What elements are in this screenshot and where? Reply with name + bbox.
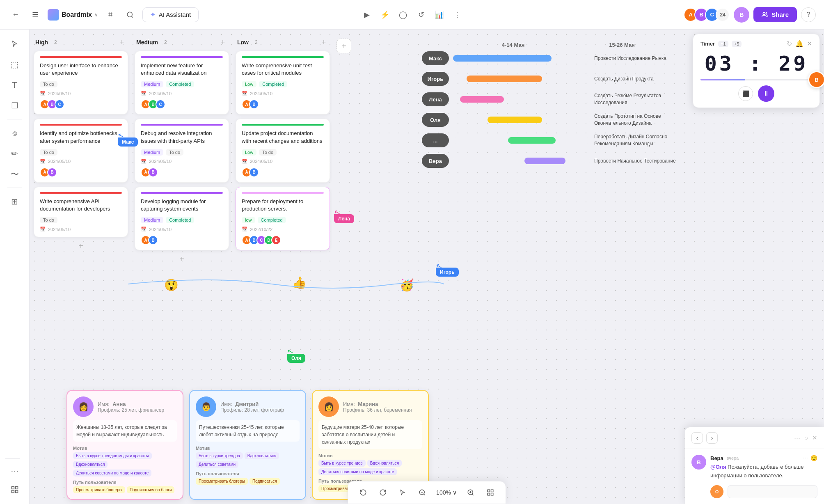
- add-card-button[interactable]: +: [78, 241, 83, 250]
- card-meta: 📅 2024/05/10: [141, 91, 223, 96]
- col-header-low: Low 2 +: [236, 38, 330, 47]
- chart-button[interactable]: 📊: [432, 7, 446, 22]
- timer-stop-button[interactable]: ⬛: [738, 86, 753, 101]
- sidebar-sep-3: [5, 458, 20, 459]
- comment-edit-icon[interactable]: ⋯: [802, 455, 808, 461]
- card-high-3[interactable]: Write comprehensive API documentation fo…: [34, 187, 128, 237]
- timer-refresh-icon[interactable]: ↻: [787, 40, 792, 48]
- card-medium-1[interactable]: Implement new feature for enhanced data …: [135, 51, 229, 115]
- timer-volume-icon[interactable]: 🔔: [795, 40, 803, 48]
- comment-header-actions: ⋯ ○ ✕: [794, 434, 817, 442]
- sidebar-component-tool[interactable]: ⊞: [5, 192, 24, 211]
- redo-button[interactable]: [376, 486, 390, 499]
- timer-pause-button[interactable]: ⏸: [758, 85, 774, 102]
- brand[interactable]: Boardmix ∨: [48, 9, 98, 21]
- add-card-button-medium[interactable]: +: [179, 254, 184, 263]
- cursor-igor: ↖ Игорь: [436, 260, 459, 277]
- gantt-task-5: Переработать Дизайн Согласно Рекомендаци…: [594, 133, 676, 147]
- card-low-3[interactable]: Prepare for deployment to production ser…: [236, 187, 330, 250]
- card-tags: Low To do: [242, 149, 324, 156]
- ai-assistant-button[interactable]: ✦ AI Assistant: [142, 7, 199, 22]
- persona-info-marina: Имя: Марина Профиль: 36 лет, беременная: [343, 401, 412, 413]
- timer-user-indicator: В: [808, 71, 824, 88]
- priority-bar: [242, 56, 324, 58]
- card-avatars: A B: [141, 167, 223, 177]
- priority-bar: [40, 124, 122, 126]
- card-high-2[interactable]: Identify and optimize bottlenecks after …: [34, 119, 128, 182]
- persona-profile-dmitry: Профиль: 28 лет, фотограф: [220, 407, 284, 413]
- sidebar-template-tool[interactable]: [5, 480, 24, 499]
- back-button[interactable]: ←: [8, 7, 23, 22]
- col-title-medium: Medium: [136, 39, 158, 46]
- timer-close-icon[interactable]: ✕: [807, 40, 812, 48]
- card-medium-2[interactable]: Debug and resolve integration issues wit…: [135, 119, 229, 182]
- col-add-high[interactable]: +: [117, 38, 126, 47]
- sidebar-cursor-tool[interactable]: [5, 34, 24, 53]
- canvas-area[interactable]: High 2 + Design user interface to enhanc…: [30, 30, 824, 504]
- sidebar-frame-tool[interactable]: ⬚: [5, 55, 24, 74]
- more-button[interactable]: ⋮: [450, 7, 465, 22]
- undo-button[interactable]: [356, 486, 370, 499]
- persona-profile-marina: Профиль: 36 лет, беременная: [343, 407, 412, 413]
- zoom-level[interactable]: 100% ∨: [435, 489, 458, 496]
- comment-close-icon[interactable]: ✕: [812, 434, 817, 442]
- date-icon: 📅: [141, 159, 146, 164]
- search-button[interactable]: [123, 7, 137, 22]
- zoom-out-button[interactable]: [415, 486, 429, 499]
- timer-controls: ⬛ ⏸: [700, 85, 812, 102]
- tag-completed: Completed: [259, 81, 287, 87]
- comment-reply-input[interactable]: [728, 485, 817, 498]
- card-meta: 📅 2024/05/10: [141, 227, 223, 232]
- comment-next-button[interactable]: ›: [706, 432, 718, 444]
- topbar-center-tools: ▶ ⚡ ◯ ↺ 📊 ⋮: [359, 7, 465, 22]
- sidebar-text-tool[interactable]: T: [5, 76, 24, 94]
- add-col-button[interactable]: +: [336, 39, 351, 53]
- fit-view-button[interactable]: [483, 486, 497, 499]
- sidebar-circle-tool[interactable]: ⌾: [5, 124, 24, 142]
- tag-button[interactable]: ⌗: [103, 7, 118, 22]
- comment-more-icon[interactable]: ⋯: [794, 434, 800, 442]
- avatar-stack: A B C 24: [684, 8, 730, 22]
- persona-tag: Быть в курсе трендов: [318, 460, 366, 467]
- persona-header-marina: 👩 Имя: Марина Профиль: 36 лет, беременна…: [318, 396, 422, 417]
- card-date: 2024/05/10: [48, 159, 71, 164]
- sidebar-shape-tool[interactable]: ☐: [5, 96, 24, 115]
- comment-button[interactable]: ◯: [396, 7, 410, 22]
- play-button[interactable]: ▶: [359, 7, 374, 22]
- sidebar-curve-tool[interactable]: 〜: [5, 165, 24, 183]
- persona-motive-label-anna: Мотив: [73, 446, 177, 451]
- card-low-1[interactable]: Write comprehensive unit test cases for …: [236, 51, 330, 115]
- share-button[interactable]: Share: [753, 7, 797, 22]
- menu-button[interactable]: ☰: [28, 7, 43, 22]
- comment-prev-button[interactable]: ‹: [691, 432, 703, 444]
- brand-arrow: ∨: [94, 12, 98, 18]
- history-button[interactable]: ↺: [414, 7, 428, 22]
- main-area: ⬚ T ☐ ⌾ ✏ 〜 ⊞ ⋯ High 2 +: [0, 30, 824, 504]
- card-avatars: A B: [242, 167, 324, 177]
- comment-author-name: Вера: [710, 455, 723, 461]
- svg-rect-11: [491, 493, 493, 495]
- comment-check-icon[interactable]: ○: [804, 434, 808, 442]
- present-button[interactable]: ⚡: [378, 7, 392, 22]
- tag-medium: Medium: [141, 149, 163, 156]
- zoom-in-button[interactable]: [464, 486, 478, 499]
- date-icon: 📅: [141, 227, 146, 232]
- current-user-avatar[interactable]: В: [734, 7, 749, 23]
- card-low-2[interactable]: Update project documentation with recent…: [236, 119, 330, 182]
- card-medium-3[interactable]: Develop logging module for capturing sys…: [135, 187, 229, 250]
- cursor-tool-bottom[interactable]: [396, 486, 410, 499]
- comment-header: ‹ › ⋯ ○ ✕: [685, 427, 824, 449]
- card-title: Develop logging module for capturing sys…: [141, 198, 223, 213]
- persona-info-dmitry: Имя: Дмитрий Профиль: 28 лет, фотограф: [220, 401, 284, 413]
- priority-bar: [141, 56, 223, 58]
- col-add-medium[interactable]: +: [218, 38, 227, 47]
- card-high-1[interactable]: Design user interface to enhance user ex…: [34, 51, 128, 115]
- comment-emoji-icon[interactable]: 🙂: [810, 455, 817, 461]
- kanban-col-low: Low 2 + Write comprehensive unit test ca…: [236, 38, 330, 264]
- sidebar-pen-tool[interactable]: ✏: [5, 144, 24, 163]
- col-add-low[interactable]: +: [319, 38, 328, 47]
- sidebar-grid-tool[interactable]: ⋯: [5, 461, 24, 480]
- add-column-btn[interactable]: +: [336, 38, 351, 264]
- help-button[interactable]: ?: [801, 7, 816, 22]
- card-date: 2024/05/10: [250, 91, 272, 96]
